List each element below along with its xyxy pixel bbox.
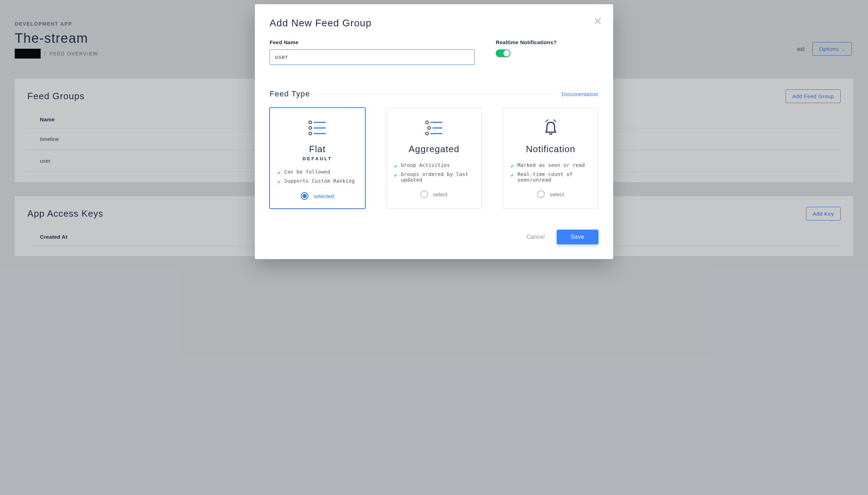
type-radio-notification[interactable]: select [511,190,590,198]
feed-type-aggregated[interactable]: Aggregated ✔Group Activities ✔Groups ord… [386,108,482,209]
check-icon: ✔ [278,179,281,184]
svg-point-8 [428,127,430,129]
svg-point-2 [309,127,312,129]
feed-type-flat[interactable]: Flat DEFAULT ✔Can be followed ✔Supports … [270,108,365,209]
radio-icon [537,190,545,198]
list-icon [278,118,357,137]
grouped-list-icon [394,118,474,137]
type-title: Notification [511,144,590,155]
feed-name-input[interactable] [270,49,475,65]
feed-type-label: Feed Type [270,89,310,99]
type-subtitle: DEFAULT [278,156,357,161]
svg-point-4 [309,132,312,135]
bell-icon [511,118,590,137]
type-radio-flat[interactable]: selected [278,192,357,200]
realtime-toggle[interactable] [496,49,510,57]
cancel-button[interactable]: Cancel [527,234,545,240]
feed-type-header: Feed Type Documentation [270,89,598,99]
modal-title: Add New Feed Group [270,18,598,29]
radio-icon [420,190,428,198]
realtime-label: Realtime Notifications? [496,39,598,45]
check-icon: ✔ [511,172,514,178]
type-radio-aggregated[interactable]: select [394,190,474,198]
toggle-knob [503,50,510,56]
feed-name-label: Feed Name [270,39,475,45]
type-title: Flat [278,144,357,155]
add-feed-group-modal: Add New Feed Group Feed Name Realtime No… [255,4,613,259]
feed-type-options: Flat DEFAULT ✔Can be followed ✔Supports … [270,108,598,209]
feed-type-notification[interactable]: Notification ✔Marked as seen or read ✔Re… [503,108,598,209]
close-icon[interactable] [594,18,601,26]
save-button[interactable]: Save [557,230,598,244]
check-icon: ✔ [394,163,398,169]
check-icon: ✔ [394,172,398,178]
svg-point-10 [426,132,428,135]
svg-point-0 [309,121,312,124]
radio-icon [301,192,308,200]
check-icon: ✔ [278,170,281,175]
check-icon: ✔ [511,163,514,169]
svg-point-6 [426,121,428,124]
documentation-link[interactable]: Documentation [562,91,598,97]
type-title: Aggregated [394,144,474,155]
